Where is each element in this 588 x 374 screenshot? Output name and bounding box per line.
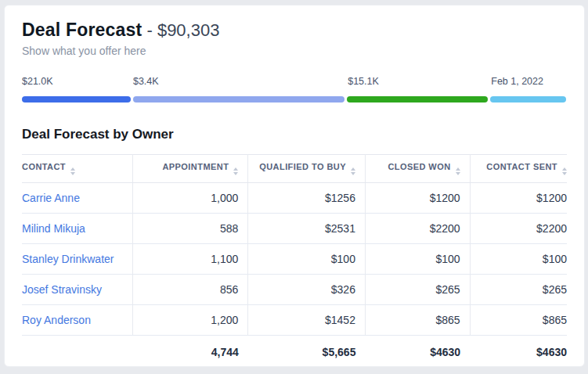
- segment-label-1: $21.0K: [22, 76, 53, 87]
- column-header-contact[interactable]: Contact: [22, 155, 133, 183]
- qualified-value: $1256: [248, 183, 366, 214]
- closed-won-value: $1200: [365, 183, 470, 214]
- segment-label-2: $3.4K: [133, 76, 159, 87]
- contact-sent-value: $1200: [470, 183, 567, 214]
- card-subtitle: Show what you offer here: [22, 45, 567, 57]
- column-header-appointment[interactable]: Appointment: [133, 155, 248, 183]
- progress-segment-1: [22, 96, 131, 102]
- qualified-total: $5,665: [248, 336, 366, 368]
- appointment-value: 1,200: [133, 305, 248, 336]
- closed-won-value: $100: [365, 244, 470, 275]
- table-row: Roy Anderson 1,200 $1452 $865 $865: [22, 305, 567, 336]
- progress-bar: [22, 96, 567, 102]
- appointment-value: 588: [133, 214, 248, 244]
- contact-sent-value: $2200: [470, 214, 567, 244]
- deal-forecast-table: Contact Appointment Qualified to buy Clo…: [22, 154, 567, 367]
- progress-segment-2: [133, 96, 345, 102]
- sort-icon[interactable]: [351, 167, 355, 175]
- table-row: Stanley Drinkwater 1,100 $100 $100 $100: [22, 244, 567, 275]
- column-header-qualified-to-buy[interactable]: Qualified to buy: [248, 155, 366, 183]
- contact-sent-value: $100: [470, 244, 567, 275]
- table-title: Deal Forecast by Owner: [22, 127, 567, 142]
- table-row: Josef Stravinsky 856 $326 $265 $265: [22, 275, 567, 305]
- card-header: Deal Forecast - $90,303: [22, 20, 567, 41]
- sort-icon[interactable]: [562, 167, 567, 175]
- closed-won-total: $4630: [365, 336, 470, 368]
- segment-label-4: Feb 1, 2022: [491, 76, 543, 87]
- closed-won-value: $2200: [365, 214, 470, 244]
- table-row: Milind Mikuja 588 $2531 $2200 $2200: [22, 214, 567, 244]
- appointment-total: 4,744: [133, 336, 248, 368]
- page-title: Deal Forecast: [22, 20, 142, 41]
- appointment-value: 856: [133, 275, 248, 305]
- sort-icon[interactable]: [233, 167, 238, 175]
- segment-label-3: $15.1K: [348, 76, 379, 87]
- appointment-value: 1,000: [133, 183, 248, 214]
- closed-won-value: $265: [365, 275, 470, 305]
- contact-sent-total: $4630: [470, 336, 567, 368]
- column-header-closed-won[interactable]: Closed won: [365, 155, 470, 183]
- contact-link[interactable]: Stanley Drinkwater: [22, 253, 114, 265]
- sort-icon[interactable]: [70, 167, 75, 175]
- forecast-amount: - $90,303: [146, 20, 219, 41]
- forecast-progress-section: $21.0K $3.4K $15.1K Feb 1, 2022: [22, 76, 567, 102]
- contact-link[interactable]: Roy Anderson: [22, 314, 91, 326]
- deal-forecast-card: Deal Forecast - $90,303 Show what you of…: [4, 5, 585, 367]
- contact-sent-value: $865: [470, 305, 567, 336]
- table-header-row: Contact Appointment Qualified to buy Clo…: [22, 155, 567, 183]
- appointment-value: 1,100: [133, 244, 248, 275]
- progress-bar-labels: $21.0K $3.4K $15.1K Feb 1, 2022: [22, 76, 567, 88]
- qualified-value: $2531: [248, 214, 366, 244]
- qualified-value: $100: [248, 244, 366, 275]
- qualified-value: $1452: [248, 305, 366, 336]
- progress-segment-3: [347, 96, 488, 102]
- sort-icon[interactable]: [456, 167, 460, 175]
- column-header-contact-sent[interactable]: Contact sent: [470, 155, 567, 183]
- qualified-value: $326: [248, 275, 366, 305]
- contact-link[interactable]: Milind Mikuja: [22, 222, 85, 235]
- table-row: Carrie Anne 1,000 $1256 $1200 $1200: [22, 183, 567, 214]
- contact-link[interactable]: Josef Stravinsky: [22, 283, 102, 296]
- contact-sent-value: $265: [470, 275, 567, 305]
- closed-won-value: $865: [365, 305, 470, 336]
- progress-segment-4: [490, 96, 566, 102]
- totals-row: 4,744 $5,665 $4630 $4630: [22, 336, 567, 368]
- contact-link[interactable]: Carrie Anne: [22, 192, 80, 204]
